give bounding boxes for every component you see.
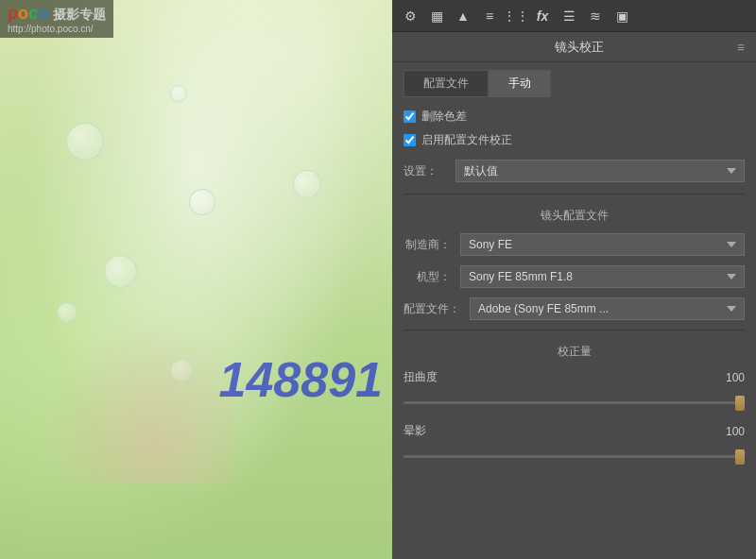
lens-profile-section-header: 镜头配置文件 <box>404 208 745 224</box>
toolbar-icon-mountain[interactable]: ▲ <box>453 6 473 26</box>
settings-row: 设置： 默认值 自定义 <box>404 160 745 182</box>
toolbar-icon-square[interactable]: ▣ <box>611 6 632 26</box>
manufacturer-select[interactable]: Sony FE Canon Nikon Sigma <box>460 233 745 256</box>
distortion-range[interactable] <box>404 401 745 404</box>
bubble-2 <box>189 189 215 215</box>
watermark: poco 摄影专题 http://photo.poco.cn/ <box>0 0 113 38</box>
tabs-bar: 配置文件 手动 <box>392 62 756 97</box>
model-row: 机型： Sony FE 85mm F1.8 Sony FE 50mm F1.8 … <box>404 265 745 288</box>
distortion-label: 扭曲度 <box>404 369 438 385</box>
toolbar: ⚙ ▦ ▲ ≡ ⋮⋮ fx ☰ ≋ ▣ <box>392 0 756 32</box>
toolbar-icon-fx[interactable]: fx <box>532 6 553 26</box>
bubble-1 <box>66 123 104 161</box>
checkbox-enable-profile: 启用配置文件校正 <box>404 132 745 148</box>
checkbox-profile-label: 启用配置文件校正 <box>421 132 512 148</box>
watermark-url: http://photo.poco.cn/ <box>8 24 106 34</box>
manufacturer-label: 制造商： <box>404 237 451 253</box>
vignetting-slider-row: 晕影 100 <box>404 423 745 462</box>
number-watermark: 148891 <box>218 351 383 408</box>
photo-panel: poco 摄影专题 http://photo.poco.cn/ 148891 <box>0 0 392 559</box>
model-label: 机型： <box>404 269 451 285</box>
toolbar-icon-histogram[interactable]: ⋮⋮ <box>506 6 526 26</box>
toolbar-icon-settings[interactable]: ⚙ <box>400 6 421 26</box>
bubble-6 <box>170 85 187 102</box>
settings-select[interactable]: 默认值 自定义 <box>455 160 745 182</box>
panel-content: 删除色差 启用配置文件校正 设置： 默认值 自定义 镜头配置文件 制造商： So… <box>392 97 756 559</box>
vignetting-value: 100 <box>716 425 745 438</box>
tab-manual[interactable]: 手动 <box>489 70 551 97</box>
panel-title: 镜头校正 <box>422 39 737 56</box>
settings-label: 设置： <box>404 163 446 179</box>
distortion-header: 扭曲度 100 <box>404 369 745 385</box>
distortion-slider-row: 扭曲度 100 <box>404 369 745 408</box>
profile-select[interactable]: Adobe (Sony FE 85mm ... 其他 <box>470 297 745 320</box>
checkbox-profile-input[interactable] <box>404 134 416 146</box>
profile-row: 配置文件： Adobe (Sony FE 85mm ... 其他 <box>404 297 745 320</box>
vignetting-label: 晕影 <box>404 423 426 439</box>
checkbox-aberration-input[interactable] <box>404 110 416 123</box>
toolbar-icon-table[interactable]: ☰ <box>558 6 579 26</box>
toolbar-icon-list[interactable]: ≡ <box>479 6 500 26</box>
bubble-3 <box>104 255 137 288</box>
poco-logo: poco 摄影专题 <box>8 4 106 23</box>
distortion-value: 100 <box>716 371 745 384</box>
panel-title-bar: 镜头校正 ≡ <box>392 32 756 62</box>
model-select[interactable]: Sony FE 85mm F1.8 Sony FE 50mm F1.8 Sony… <box>460 265 745 288</box>
toolbar-icon-grid[interactable]: ▦ <box>426 6 447 26</box>
divider-2 <box>404 330 745 330</box>
checkbox-aberration-label: 删除色差 <box>421 109 467 125</box>
divider-1 <box>404 194 745 195</box>
checkbox-remove-aberration: 删除色差 <box>404 109 745 125</box>
manufacturer-row: 制造商： Sony FE Canon Nikon Sigma <box>404 233 745 256</box>
panel-menu-icon[interactable]: ≡ <box>737 40 745 55</box>
right-panel: ⚙ ▦ ▲ ≡ ⋮⋮ fx ☰ ≋ ▣ 镜头校正 ≡ 配置文件 手动 删除色差 … <box>392 0 756 559</box>
profile-label: 配置文件： <box>404 301 460 317</box>
bubble-5 <box>293 170 321 198</box>
tab-profile[interactable]: 配置文件 <box>404 70 489 97</box>
vignetting-range[interactable] <box>404 455 745 458</box>
toolbar-icon-settings2[interactable]: ≋ <box>585 6 606 26</box>
hand-image <box>28 295 236 483</box>
vignetting-header: 晕影 100 <box>404 423 745 439</box>
correction-section-header: 校正量 <box>404 344 745 360</box>
